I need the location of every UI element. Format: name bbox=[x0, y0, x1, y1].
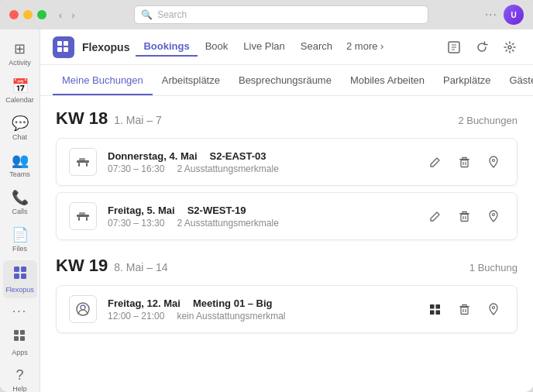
nav-arrows: ‹ › bbox=[56, 8, 78, 22]
calendar-icon: 📅 bbox=[12, 77, 29, 95]
more-options-button[interactable]: ··· bbox=[485, 8, 497, 22]
svg-rect-25 bbox=[86, 217, 88, 221]
booking-date-b3: Freitag, 12. Mai bbox=[108, 297, 181, 309]
tab-book[interactable]: Book bbox=[198, 37, 236, 57]
share-button[interactable] bbox=[443, 36, 465, 58]
booking-card-b1: Donnerstag, 4. Mai S2-EAST-03 07:30 – 16… bbox=[56, 138, 518, 186]
sidebar-label-files: Files bbox=[12, 245, 27, 253]
bookings-content: KW 18 1. Mai – 7 2 Buchungen bbox=[40, 96, 533, 392]
subtab-arbeitsplaetze[interactable]: Arbeitsplätze bbox=[153, 65, 229, 95]
edit-button-b2[interactable] bbox=[424, 205, 445, 227]
svg-rect-2 bbox=[14, 273, 19, 279]
location-button-b2[interactable] bbox=[483, 205, 504, 227]
back-button[interactable]: ‹ bbox=[56, 8, 65, 22]
svg-point-22 bbox=[493, 160, 495, 162]
booking-name-b2: S2-WEST-19 bbox=[187, 205, 246, 216]
booking-bottom-b1: 07:30 – 16:30 2 Ausstattungsmerkmale bbox=[108, 163, 413, 174]
booking-time-b3: 12:00 – 21:00 bbox=[108, 311, 164, 322]
booking-name-b1: S2-EAST-03 bbox=[210, 150, 266, 162]
sidebar: ⊞ Activity 📅 Calendar 💬 Chat 👥 Teams 📞 C… bbox=[0, 29, 40, 392]
week-kw18: KW 18 1. Mai – 7 2 Buchungen bbox=[56, 108, 518, 240]
teams-icon: 👥 bbox=[12, 152, 29, 169]
sidebar-item-chat[interactable]: 💬 Chat bbox=[3, 110, 37, 146]
sidebar-item-help[interactable]: ? Help bbox=[3, 363, 37, 392]
sidebar-item-calendar[interactable]: 📅 Calendar bbox=[3, 73, 37, 108]
svg-rect-11 bbox=[64, 47, 68, 52]
svg-rect-5 bbox=[20, 330, 25, 335]
booking-date-b2: Freitag, 5. Mai bbox=[108, 205, 175, 216]
search-bar[interactable]: 🔍 Search bbox=[134, 5, 428, 24]
week-booking-count: 2 Buchungen bbox=[458, 115, 518, 126]
booking-info-b1: Donnerstag, 4. Mai S2-EAST-03 07:30 – 16… bbox=[108, 150, 413, 174]
booking-features-b2: 2 Ausstattungsmerkmale bbox=[177, 218, 278, 229]
svg-rect-15 bbox=[78, 163, 80, 167]
subtab-besprechungsraeume[interactable]: Besprechungsräume bbox=[229, 65, 341, 95]
location-button-b1[interactable] bbox=[483, 151, 504, 173]
close-button[interactable] bbox=[9, 10, 19, 19]
windows-button-b3[interactable] bbox=[424, 298, 445, 320]
subtab-mobiles[interactable]: Mobiles Arbeiten bbox=[341, 65, 434, 95]
sidebar-label-calendar: Calendar bbox=[5, 96, 34, 104]
sidebar-label-activity: Activity bbox=[9, 59, 31, 67]
delete-button-b2[interactable] bbox=[453, 205, 475, 227]
search-icon: 🔍 bbox=[141, 9, 153, 20]
main-content: Flexopus Bookings Book Live Plan Search … bbox=[40, 29, 533, 392]
booking-top-b2: Freitag, 5. Mai S2-WEST-19 bbox=[108, 205, 413, 216]
svg-rect-24 bbox=[78, 217, 80, 221]
sidebar-label-calls: Calls bbox=[12, 208, 27, 215]
booking-actions-b3 bbox=[424, 298, 504, 320]
svg-rect-36 bbox=[430, 310, 435, 315]
week-header-kw19: KW 19 8. Mai – 14 1 Buchung bbox=[56, 256, 518, 276]
delete-button-b3[interactable] bbox=[453, 298, 475, 320]
settings-button[interactable] bbox=[499, 36, 521, 58]
svg-rect-0 bbox=[14, 266, 19, 272]
week-date-range: 1. Mai – 7 bbox=[114, 114, 161, 126]
subtab-meine[interactable]: Meine Buchungen bbox=[53, 65, 153, 95]
sidebar-item-flexopus[interactable]: Flexopus bbox=[3, 260, 37, 298]
sidebar-item-calls[interactable]: 📞 Calls bbox=[3, 184, 37, 220]
minimize-button[interactable] bbox=[23, 10, 33, 19]
subtab-parkplaetze[interactable]: Parkplätze bbox=[434, 65, 500, 95]
booking-card-b2: Freitag, 5. Mai S2-WEST-19 07:30 – 13:30… bbox=[56, 192, 518, 240]
booking-icon-desk2 bbox=[69, 202, 97, 230]
booking-icon-desk bbox=[69, 148, 97, 176]
svg-rect-10 bbox=[57, 47, 62, 52]
booking-card-b3: Freitag, 12. Mai Meeting 01 – Big 12:00 … bbox=[56, 285, 518, 333]
tab-bookings[interactable]: Bookings bbox=[136, 37, 197, 57]
week-title-kw18: KW 18 1. Mai – 7 bbox=[56, 108, 162, 129]
booking-actions-b2 bbox=[424, 205, 504, 227]
sidebar-item-files[interactable]: 📄 Files bbox=[3, 222, 37, 257]
week-kw19-label: KW 19 bbox=[56, 256, 108, 276]
subtab-gaeste[interactable]: Gäste bbox=[500, 65, 533, 95]
files-icon: 📄 bbox=[12, 226, 29, 243]
avatar[interactable]: U bbox=[504, 5, 524, 25]
svg-rect-19 bbox=[461, 160, 468, 167]
tab-more[interactable]: 2 more › bbox=[340, 37, 390, 57]
booking-features-b1: 2 Ausstattungsmerkmale bbox=[177, 163, 278, 174]
sidebar-item-apps[interactable]: Apps bbox=[3, 325, 37, 361]
app-window: ‹ › 🔍 Search ··· U ⊞ Activity 📅 Calendar… bbox=[0, 0, 533, 392]
booking-time-b2: 07:30 – 13:30 bbox=[108, 218, 164, 229]
booking-icon-meeting bbox=[69, 295, 97, 323]
sidebar-item-teams[interactable]: 👥 Teams bbox=[3, 147, 37, 183]
tab-search[interactable]: Search bbox=[293, 37, 340, 57]
refresh-button[interactable] bbox=[471, 36, 493, 58]
svg-rect-14 bbox=[77, 160, 89, 163]
sub-tabs: Meine Buchungen Arbeitsplätze Besprechun… bbox=[40, 65, 533, 96]
tab-liveplan[interactable]: Live Plan bbox=[236, 37, 292, 57]
maximize-button[interactable] bbox=[37, 10, 46, 19]
delete-button-b1[interactable] bbox=[453, 151, 475, 173]
sidebar-label-apps: Apps bbox=[12, 349, 28, 356]
svg-rect-17 bbox=[79, 158, 85, 160]
booking-info-b3: Freitag, 12. Mai Meeting 01 – Big 12:00 … bbox=[108, 297, 413, 322]
svg-rect-39 bbox=[461, 307, 468, 314]
location-button-b3[interactable] bbox=[483, 298, 504, 320]
svg-rect-23 bbox=[77, 215, 89, 217]
sidebar-item-activity[interactable]: ⊞ Activity bbox=[3, 36, 37, 71]
forward-button[interactable]: › bbox=[68, 8, 77, 22]
sidebar-more-button[interactable]: ··· bbox=[3, 300, 37, 323]
booking-top-b1: Donnerstag, 4. Mai S2-EAST-03 bbox=[108, 150, 413, 162]
edit-button-b1[interactable] bbox=[424, 151, 445, 173]
svg-rect-9 bbox=[64, 41, 68, 46]
search-placeholder: Search bbox=[157, 9, 187, 20]
